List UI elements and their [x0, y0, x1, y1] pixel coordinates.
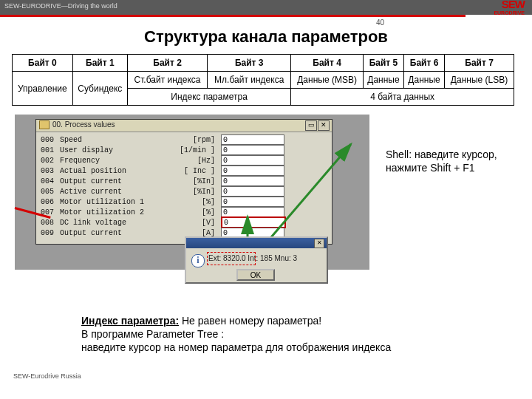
bottom-rest1: Не равен номеру параметра!	[179, 315, 321, 327]
td: 4 байта данных	[291, 89, 514, 106]
param-row: 007Motor utilization 2[%]	[41, 207, 327, 217]
info-dialog: ✕ i Ext: 8320.0 Int: 185 Mnu: 3 OK	[185, 236, 328, 284]
param-name: Actual position	[60, 167, 171, 175]
param-row: 004Output current[%In]	[41, 176, 327, 186]
param-row: 002Frequency[Hz]	[41, 155, 327, 166]
param-name: Frequency	[60, 157, 171, 165]
td: Данные (MSB)	[291, 72, 364, 89]
param-row: 001User display[1/min ]	[41, 145, 327, 155]
param-value-input[interactable]	[221, 216, 286, 228]
param-name: DC link voltage	[60, 219, 171, 227]
param-unit: [V]	[171, 219, 221, 227]
dialog-titlebar	[186, 238, 327, 248]
close-button[interactable]: ✕	[318, 120, 330, 131]
param-unit: [%In]	[171, 177, 221, 185]
window-titlebar: 00. Process values ▭ ✕	[36, 120, 332, 132]
slide-body: 40 Структура канала параметров Байт 0 Ба…	[0, 17, 532, 270]
bottom-line2: В программе Parameter Tree :	[81, 328, 224, 340]
param-row: 003Actual position[ Inc ]	[41, 166, 327, 176]
bottom-note: Индекс параметра: Не равен номеру параме…	[81, 314, 495, 354]
footer-text: SEW-Eurodrive Russia	[13, 372, 81, 380]
param-value-input[interactable]	[221, 166, 284, 176]
bottom-lead: Индекс параметра:	[81, 315, 179, 327]
param-list: 000Speed[rpm]001User display[1/min ]002F…	[36, 132, 332, 240]
param-name: Motor utilization 2	[60, 208, 171, 216]
param-unit: [ Inc ]	[171, 167, 221, 175]
page-title: Структура канала параметров	[15, 27, 517, 47]
param-index: 002	[41, 157, 60, 165]
param-name: Output current	[60, 177, 171, 185]
ok-button[interactable]: OK	[236, 269, 275, 281]
param-unit: [rpm]	[171, 136, 221, 144]
td: Индекс параметра	[127, 89, 290, 106]
th: Байт 7	[445, 55, 514, 72]
page-number: 40	[376, 18, 384, 27]
td: Мл.байт индекса	[208, 72, 291, 89]
th: Байт 0	[13, 55, 73, 72]
bottom-line3: наведите курсор на номер параметра для о…	[81, 341, 391, 353]
param-value-input[interactable]	[221, 176, 284, 186]
td: Данные (LSB)	[445, 72, 514, 89]
highlight-box	[207, 252, 256, 265]
param-value-input[interactable]	[221, 197, 284, 207]
param-unit: [%]	[171, 198, 221, 206]
folder-icon	[39, 120, 50, 129]
info-icon: i	[191, 254, 205, 267]
td: Управление	[13, 72, 73, 106]
param-value-input[interactable]	[221, 207, 284, 217]
byte-table: Байт 0 Байт 1 Байт 2 Байт 3 Байт 4 Байт …	[12, 54, 514, 106]
table-row: Управление Субиндекс Ст.байт индекса Мл.…	[13, 72, 514, 89]
param-value-input[interactable]	[221, 134, 284, 145]
th: Байт 4	[291, 55, 364, 72]
param-unit: [Hz]	[171, 157, 221, 165]
param-name: Speed	[60, 136, 171, 144]
param-name: Motor utilization 1	[60, 198, 171, 206]
param-index: 009	[41, 229, 60, 237]
shell-note: Shell: наведите курсор, нажмите Shift + …	[386, 148, 504, 174]
process-values-window: 00. Process values ▭ ✕ 000Speed[rpm]001U…	[35, 119, 332, 245]
dialog-close-button[interactable]: ✕	[314, 239, 324, 248]
td: Субиндекс	[72, 72, 127, 106]
param-name: Output current	[60, 229, 171, 237]
th: Байт 3	[208, 55, 291, 72]
td: Данные	[403, 72, 444, 89]
param-index: 006	[41, 198, 60, 206]
maximize-button[interactable]: ▭	[305, 120, 317, 131]
param-value-input[interactable]	[221, 155, 284, 166]
param-index: 008	[41, 219, 60, 227]
param-index: 000	[41, 136, 60, 144]
param-row: 008DC link voltage[V]	[41, 217, 327, 228]
param-unit: [%]	[171, 208, 221, 216]
param-unit: [%In]	[171, 188, 221, 196]
param-value-input[interactable]	[221, 145, 284, 155]
param-index: 005	[41, 188, 60, 196]
param-name: Active current	[60, 188, 171, 196]
param-unit: [A]	[171, 229, 221, 237]
table-row: Байт 0 Байт 1 Байт 2 Байт 3 Байт 4 Байт …	[13, 55, 514, 72]
param-index: 001	[41, 146, 60, 154]
param-name: User display	[60, 146, 171, 154]
td: Ст.байт индекса	[127, 72, 207, 89]
param-row: 000Speed[rpm]	[41, 134, 327, 145]
top-tagline: SEW-EURODRIVE—Driving the world	[4, 2, 117, 10]
window-title: 00. Process values	[52, 120, 115, 129]
param-unit: [1/min ]	[171, 146, 221, 154]
brand-logo: SEW EURODRIVE	[494, 0, 525, 18]
param-value-input[interactable]	[221, 186, 284, 197]
top-bar: SEW-EURODRIVE—Driving the world SEW EURO…	[0, 0, 532, 15]
th: Байт 1	[72, 55, 127, 72]
gray-panel: 00. Process values ▭ ✕ 000Speed[rpm]001U…	[15, 115, 369, 270]
th: Байт 6	[403, 55, 444, 72]
param-row: 005Active current[%In]	[41, 186, 327, 197]
td: Данные	[363, 72, 403, 89]
param-index: 003	[41, 167, 60, 175]
param-row: 006Motor utilization 1[%]	[41, 197, 327, 207]
th: Байт 5	[363, 55, 403, 72]
th: Байт 2	[127, 55, 207, 72]
param-index: 004	[41, 177, 60, 185]
